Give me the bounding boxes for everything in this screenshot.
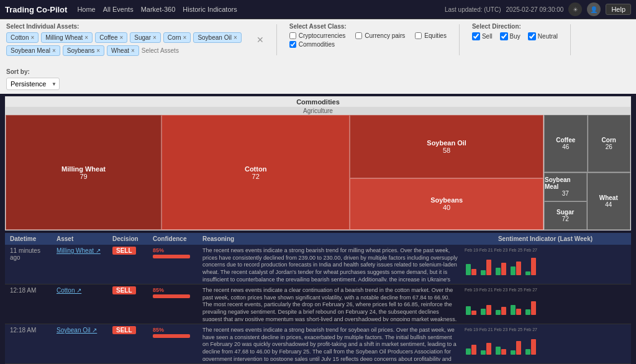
dir-buy[interactable]: Buy xyxy=(500,32,520,40)
asset-class-label: Select Asset Class: xyxy=(289,23,447,30)
cb-crypto[interactable]: Cryptocurrencies xyxy=(289,32,346,39)
assets-label: Select Individual Assets: xyxy=(6,23,242,30)
nav-home[interactable]: Home xyxy=(77,6,95,13)
remove-soybeans[interactable]: × xyxy=(96,47,100,54)
td-datetime-2: 12:18 AM xyxy=(10,287,50,294)
direction-group: Select Direction: Sell Buy Neutral xyxy=(472,23,558,40)
cell-soybean-oil[interactable]: Soybean Oil 58 xyxy=(350,115,543,178)
remove-soybean-oil[interactable]: × xyxy=(234,34,237,41)
tag-soybeans[interactable]: Soybeans× xyxy=(63,45,104,56)
tag-coffee[interactable]: Coffee× xyxy=(95,32,127,43)
datetime-display: 2025-02-27 09:30:00 xyxy=(506,6,564,13)
tag-soybean-oil[interactable]: Soybean Oil× xyxy=(193,32,241,43)
cb-equities[interactable]: Equities xyxy=(415,32,447,39)
nav-left: Trading Co-Pilot Home All Events Market-… xyxy=(5,5,237,14)
conf-bar-3 xyxy=(153,334,190,338)
dir-neutral[interactable]: Neutral xyxy=(528,32,558,40)
asset-search-input[interactable] xyxy=(142,47,220,54)
conf-bar-1 xyxy=(153,255,190,258)
clear-all-button[interactable]: ✕ xyxy=(257,35,264,45)
td-reasoning-2: The recent news events indicate a clear … xyxy=(202,287,458,321)
user-avatar[interactable]: 👤 xyxy=(587,2,601,16)
cell-cotton[interactable]: Cotton 72 xyxy=(161,115,350,230)
td-reasoning-1: The recent news events indicate a strong… xyxy=(202,247,458,281)
sentiment-chart-3: Feb 19 Feb 21 Feb 23 xyxy=(465,327,626,355)
tag-milling-wheat[interactable]: Milling Wheat× xyxy=(41,32,93,43)
table-row: 12:18 AM Soybean Oil ↗ SELL 85% The rece… xyxy=(5,324,631,364)
td-confidence-1: 85% xyxy=(153,247,196,258)
tag-wheat[interactable]: Wheat× xyxy=(107,45,139,56)
cell-soybean-meal[interactable]: Soybean Meal 37 xyxy=(544,173,587,201)
brand-logo: Trading Co-Pilot xyxy=(5,5,67,14)
s-group-c4: Feb 25 xyxy=(509,288,522,315)
cell-milling-wheat[interactable]: Milling Wheat 79 xyxy=(6,115,161,230)
s-group-c2: Feb 21 xyxy=(479,288,493,315)
s-group-c3: Feb 23 xyxy=(494,288,508,315)
td-sentiment-3: Feb 19 Feb 21 Feb 23 xyxy=(465,327,626,355)
td-decision-3: SELL xyxy=(112,327,147,334)
td-datetime-1: 11 minutes ago xyxy=(10,247,50,261)
nav-historic-indicators[interactable]: Historic Indicators xyxy=(183,6,237,13)
asset-link-1[interactable]: Milling Wheat ↗ xyxy=(57,247,101,254)
nav-market-360[interactable]: Market-360 xyxy=(141,6,176,13)
sort-select[interactable]: Persistence Confidence Date xyxy=(6,78,60,90)
asset-link-3[interactable]: Soybean Oil ↗ xyxy=(57,327,97,334)
asset-selector-group: Select Individual Assets: Cotton× Millin… xyxy=(6,23,242,56)
table-row: 11 minutes ago Milling Wheat ↗ SELL 85% … xyxy=(5,245,631,284)
cell-corn[interactable]: Corn 26 xyxy=(588,115,631,172)
dir-sell[interactable]: Sell xyxy=(472,32,493,40)
sort-wrapper: Persistence Confidence Date xyxy=(6,78,60,90)
th-datetime: Datetime xyxy=(10,235,50,242)
asset-tags-row: Cotton× Milling Wheat× Coffee× Sugar× Co… xyxy=(6,32,242,43)
table-header: Datetime Asset Decision Confidence Reaso… xyxy=(5,233,631,245)
asset-tags-row-2: Soybean Meal× Soybeans× Wheat× xyxy=(6,45,242,56)
cell-soybeans[interactable]: Soybeans 40 xyxy=(350,178,543,230)
s-group-2: Feb 21 xyxy=(479,248,493,275)
cb-currency-pairs[interactable]: Currency pairs xyxy=(355,32,405,39)
s-group-s4: Feb 25 xyxy=(509,327,522,355)
treemap-body: Milling Wheat 79 Cotton 72 Soybean Oil 5… xyxy=(6,115,630,230)
th-sentiment: Sentiment Indicator (Last Week) xyxy=(465,235,626,242)
treemap-container: Commodities Agriculture Milling Wheat 79… xyxy=(5,96,631,230)
tag-corn[interactable]: Corn× xyxy=(163,32,191,43)
remove-cotton[interactable]: × xyxy=(30,34,34,41)
cell-wheat[interactable]: Wheat 44 xyxy=(587,173,631,230)
th-confidence: Confidence xyxy=(153,235,196,242)
tag-cotton[interactable]: Cotton× xyxy=(6,32,39,43)
treemap-main: Milling Wheat 79 Cotton 72 Soybean Oil 5… xyxy=(6,115,543,230)
remove-soybean-meal[interactable]: × xyxy=(52,47,56,54)
s-group-s5: Feb 27 xyxy=(524,327,537,355)
remove-sugar[interactable]: × xyxy=(153,34,157,41)
remove-coffee[interactable]: × xyxy=(119,34,123,41)
td-asset-2: Cotton ↗ xyxy=(57,287,106,294)
td-confidence-2: 85% xyxy=(153,287,196,298)
asset-class-group: Select Asset Class: Cryptocurrencies Cur… xyxy=(289,23,447,48)
s-group-5: Feb 27 xyxy=(524,248,537,275)
theme-toggle-button[interactable]: ☀ xyxy=(568,2,582,16)
s-group-s3: Feb 23 xyxy=(494,327,508,355)
table-row: 12:18 AM Cotton ↗ SELL 85% The recent ne… xyxy=(5,284,631,324)
asset-link-2[interactable]: Cotton ↗ xyxy=(57,287,81,294)
td-asset-3: Soybean Oil ↗ xyxy=(57,327,106,334)
cb-commodities[interactable]: Commodities xyxy=(289,41,447,48)
divider-2 xyxy=(459,24,460,55)
cell-sugar[interactable]: Sugar 72 xyxy=(544,201,587,230)
remove-corn[interactable]: × xyxy=(183,34,187,41)
tag-sugar[interactable]: Sugar× xyxy=(130,32,161,43)
s-group-3: Feb 23 xyxy=(494,248,508,275)
top-navigation: Trading Co-Pilot Home All Events Market-… xyxy=(0,0,636,19)
cell-coffee[interactable]: Coffee 46 xyxy=(544,115,588,172)
td-sentiment-2: Feb 19 Feb 21 Feb 23 xyxy=(465,287,626,315)
remove-milling-wheat[interactable]: × xyxy=(84,34,88,41)
asset-class-checkboxes: Cryptocurrencies Currency pairs Equities… xyxy=(289,32,447,48)
direction-label: Select Direction: xyxy=(472,23,558,30)
tag-soybean-meal[interactable]: Soybean Meal× xyxy=(6,45,60,56)
remove-wheat[interactable]: × xyxy=(131,47,135,54)
nav-all-events[interactable]: All Events xyxy=(103,6,134,13)
s-group-4: Feb 25 xyxy=(509,248,522,275)
sentiment-chart-2: Feb 19 Feb 21 Feb 23 xyxy=(465,287,626,315)
last-updated-label: Last updated: (UTC) xyxy=(445,6,501,13)
nav-right: Last updated: (UTC) 2025-02-27 09:30:00 … xyxy=(445,2,631,16)
help-button[interactable]: Help xyxy=(606,4,631,15)
sell-badge-2: SELL xyxy=(112,286,136,294)
